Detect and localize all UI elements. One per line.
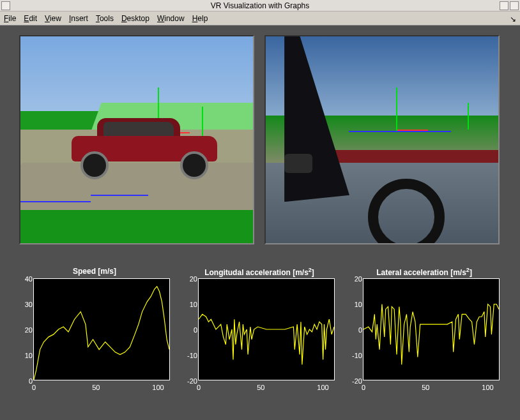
menu-desktop[interactable]: Desktop [121, 14, 149, 23]
xtick: 50 [422, 384, 429, 391]
ytick: 0 [20, 377, 33, 385]
menu-tools[interactable]: Tools [96, 14, 114, 23]
ytick: 40 [20, 275, 33, 283]
xtick: 0 [32, 384, 36, 391]
ytick: 0 [349, 326, 362, 334]
chart-title: Speed [m/s] [19, 267, 170, 277]
ytick: 20 [349, 275, 362, 283]
ytick: -20 [185, 377, 197, 385]
window-buttons [500, 1, 519, 10]
axes[interactable]: -20-1001020050100 [198, 278, 335, 380]
data-line [34, 287, 169, 380]
resize-grip-icon[interactable]: ↘ [510, 15, 516, 24]
viewport-driver[interactable] [264, 35, 500, 244]
ytick: -10 [185, 352, 197, 359]
xtick: 50 [257, 384, 264, 391]
xtick: 0 [197, 384, 201, 391]
ytick: 10 [20, 352, 33, 359]
menu-help[interactable]: Help [192, 14, 208, 23]
xtick: 100 [482, 384, 493, 391]
menu-file[interactable]: File [4, 14, 16, 23]
minimize-button[interactable] [500, 1, 509, 10]
ytick: 0 [185, 326, 197, 334]
car-model-icon [72, 114, 217, 178]
menu-view[interactable]: View [45, 14, 61, 23]
axes[interactable]: 010203040050100 [33, 278, 170, 380]
figure-area: Speed [m/s] 010203040050100 Longitudal a… [0, 26, 520, 420]
xtick: 100 [317, 384, 328, 391]
chart-speed: Speed [m/s] 010203040050100 [19, 267, 170, 401]
chart-lat-accel: Lateral acceleration [m/s2] -20-10010200… [349, 267, 500, 401]
titlebar: VR Visualization with Graphs [0, 0, 520, 11]
ytick: 20 [20, 326, 33, 334]
xtick: 0 [362, 384, 365, 391]
axes[interactable]: -20-1001020050100 [363, 278, 500, 380]
maximize-button[interactable] [510, 1, 519, 10]
system-menu-icon[interactable] [1, 1, 10, 10]
menu-insert[interactable]: Insert [69, 14, 88, 23]
menu-edit[interactable]: Edit [24, 14, 37, 23]
ytick: 10 [349, 301, 362, 308]
menubar: FileEditViewInsertToolsDesktopWindowHelp… [0, 11, 520, 26]
menu-window[interactable]: Window [157, 14, 185, 23]
ytick: 10 [185, 301, 197, 308]
window-title: VR Visualization with Graphs [211, 1, 310, 10]
xtick: 50 [92, 384, 100, 391]
viewport-exterior[interactable] [19, 35, 254, 244]
ytick: -10 [349, 352, 362, 359]
ytick: -20 [349, 377, 362, 385]
side-mirror-icon [284, 154, 312, 173]
chart-title: Lateral acceleration [m/s2] [349, 267, 500, 277]
chart-title: Longitudal acceleration [m/s2] [184, 267, 335, 277]
data-line [363, 304, 499, 365]
chart-long-accel: Longitudal acceleration [m/s2] -20-10010… [184, 267, 335, 401]
ytick: 20 [185, 275, 197, 283]
xtick: 100 [152, 384, 164, 391]
ytick: 30 [20, 301, 33, 308]
data-line [199, 314, 334, 364]
